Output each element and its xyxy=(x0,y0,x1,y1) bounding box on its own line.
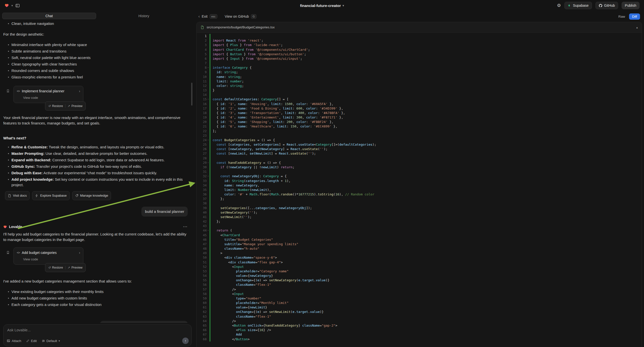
manage-knowledge-button[interactable]: Manage knowledge xyxy=(72,191,111,200)
lovable-logo-heart-icon[interactable] xyxy=(4,3,9,8)
added-list: View existing budget categories with the… xyxy=(3,289,188,308)
diff-added-gutter xyxy=(210,115,210,120)
code-line: 15▾const defaultCategories: Category[] =… xyxy=(197,97,642,102)
publish-button[interactable]: Publish xyxy=(622,2,640,9)
line-number: 10 xyxy=(197,75,206,79)
preview-button[interactable]: ↗ Preview xyxy=(66,264,85,271)
line-number: 14 xyxy=(197,92,206,97)
toggle-sidebar-icon[interactable] xyxy=(16,4,20,8)
tab-chat[interactable]: Chat xyxy=(2,13,96,19)
github-kbd: G xyxy=(251,14,257,19)
attach-button[interactable]: Attach xyxy=(7,339,21,343)
tool-card-block: <> Add budget categories › View code ↺ R… xyxy=(14,248,84,272)
file-header[interactable]: src/components/budget/BudgetCategories.t… xyxy=(197,22,642,32)
code-line: 21 { id: '6', name: 'Healthcare', limit:… xyxy=(197,124,642,129)
model-selector[interactable]: Default ▾ xyxy=(42,339,60,343)
diff-added-gutter xyxy=(210,120,210,124)
code-line: 14 xyxy=(197,92,642,97)
line-number: 58 xyxy=(197,292,206,296)
code-line: 65 <Button onClick={handleAddCategory} c… xyxy=(197,323,642,328)
fold-chevron-icon xyxy=(206,269,210,274)
diff-added-gutter xyxy=(210,88,210,92)
sliders-icon xyxy=(42,339,45,342)
fold-chevron-icon xyxy=(206,278,210,282)
code-line: 40 setNewCategory(''); xyxy=(197,210,642,215)
send-button[interactable]: ↑ xyxy=(182,338,189,344)
diff-added-gutter xyxy=(210,233,210,238)
line-number: 16 xyxy=(197,102,206,106)
bookmark-icon[interactable] xyxy=(6,251,10,254)
line-number: 64 xyxy=(197,319,206,323)
code-line: 67 Add xyxy=(197,332,642,337)
line-number: 42 xyxy=(197,219,206,224)
list-item: Debug with Ease: Activate our experiment… xyxy=(8,170,188,176)
diff-added-gutter xyxy=(210,34,210,38)
diff-toggle-button[interactable]: Diff xyxy=(629,14,640,20)
fold-chevron-icon xyxy=(206,34,210,38)
code-line: 28 xyxy=(197,156,642,160)
more-options-icon[interactable]: ⋯ xyxy=(183,224,188,230)
view-on-github-link[interactable]: View on GitHub G xyxy=(225,14,257,19)
bookmark-icon[interactable] xyxy=(6,89,10,93)
list-item: Refine & Customize: Tweak the design, an… xyxy=(8,144,188,150)
view-code-link[interactable]: View code xyxy=(23,95,80,100)
visit-docs-button[interactable]: Visit docs xyxy=(5,191,30,200)
explore-supabase-button[interactable]: Explore Supabase xyxy=(32,191,70,200)
fold-chevron-icon xyxy=(206,314,210,319)
view-code-link[interactable]: View code xyxy=(23,257,80,262)
diff-added-gutter xyxy=(210,75,210,79)
code-editor[interactable]: 12import React from 'react';3import { Pl… xyxy=(197,32,642,347)
diff-added-gutter xyxy=(210,305,210,310)
restore-button[interactable]: ↺ Restore xyxy=(46,102,65,110)
project-switcher[interactable]: financial-future-creator ▾ xyxy=(300,4,344,8)
diff-added-gutter xyxy=(210,70,210,74)
restore-button[interactable]: ↺ Restore xyxy=(46,264,65,271)
line-number: 9 xyxy=(197,70,206,74)
fold-chevron-icon xyxy=(206,319,210,323)
workspace-chevron-down-icon[interactable]: ▾ xyxy=(12,4,13,7)
list-item: Add project knowledge: Set key context o… xyxy=(8,177,188,188)
diff-added-gutter xyxy=(210,278,210,282)
raw-toggle-button[interactable]: Raw xyxy=(616,14,628,20)
chat-feed[interactable]: Clean, intuitive navigation For the desi… xyxy=(0,20,193,323)
chat-input[interactable] xyxy=(7,328,188,332)
line-number: 34 xyxy=(197,183,206,188)
aesthetic-list: Minimalist interface with plenty of whit… xyxy=(3,42,188,80)
settings-gear-icon[interactable]: ⚙ xyxy=(557,3,561,8)
chat-scrollbar-thumb[interactable] xyxy=(191,83,192,106)
line-number: 37 xyxy=(197,197,206,201)
added-summary-paragraph: I've added a new budget categories manag… xyxy=(3,278,188,284)
diff-added-gutter xyxy=(210,84,210,88)
project-chevron-down-icon: ▾ xyxy=(342,4,344,7)
github-button[interactable]: GitHub xyxy=(596,2,618,9)
add-budget-categories-card[interactable]: <> Add budget categories › View code xyxy=(14,248,84,264)
supabase-button[interactable]: Supabase xyxy=(564,2,592,9)
diff-added-gutter xyxy=(210,337,210,342)
code-line: 51 <div className="flex gap-4"> xyxy=(197,260,642,264)
fold-chevron-icon xyxy=(206,165,210,170)
reply-intro-paragraph: I'll help you add budget categories to t… xyxy=(3,232,188,242)
exit-button[interactable]: ‹ Exit esc xyxy=(198,14,217,19)
list-item: Clean, intuitive navigation xyxy=(8,21,188,26)
chevron-down-icon: ▾ xyxy=(58,340,60,342)
fold-chevron-icon xyxy=(206,206,210,210)
fold-chevron-icon xyxy=(206,260,210,264)
collapse-chevron-up-icon[interactable]: ▴ xyxy=(636,26,638,29)
diff-added-gutter xyxy=(210,106,210,111)
diff-added-gutter xyxy=(210,165,210,170)
diff-added-gutter xyxy=(210,287,210,292)
implement-financial-planner-card[interactable]: <> Implement financial planner › View co… xyxy=(14,86,84,103)
external-link-icon: ↗ xyxy=(68,103,70,109)
diff-added-gutter xyxy=(210,296,210,301)
edit-mode-button[interactable]: Edit xyxy=(26,339,36,343)
tab-history[interactable]: History xyxy=(97,13,191,19)
code-line: 26 const [newCategory, setNewCategory] =… xyxy=(197,147,642,151)
code-line: 68 </Button> xyxy=(197,337,642,342)
preview-button[interactable]: ↗ Preview xyxy=(66,102,85,110)
fold-chevron-icon: ▾ xyxy=(206,228,210,233)
code-line: 57 /> xyxy=(197,287,642,292)
code-line: 29▾ const handleAddCategory = () => { xyxy=(197,160,642,165)
diff-added-gutter xyxy=(210,251,210,256)
restore-icon: ↺ xyxy=(48,103,51,109)
code-line: 52 <Input xyxy=(197,264,642,269)
